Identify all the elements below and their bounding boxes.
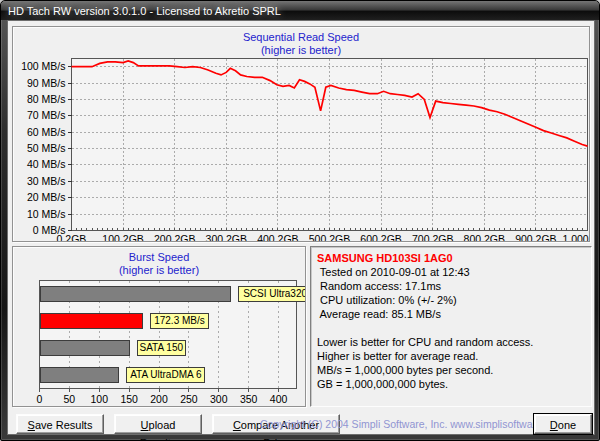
- svg-text:0,2GB: 0,2GB: [57, 233, 87, 242]
- svg-text:172.3 MB/s: 172.3 MB/s: [154, 315, 205, 326]
- svg-text:300,2GB: 300,2GB: [206, 233, 247, 242]
- svg-text:1.000,2GB: 1.000,2GB: [562, 233, 589, 242]
- save-results-button[interactable]: Save Results: [16, 414, 104, 434]
- svg-text:100 MB/s: 100 MB/s: [21, 60, 65, 72]
- info-line: Random access: 17.1ms: [317, 279, 585, 293]
- svg-text:0: 0: [37, 393, 43, 405]
- sequential-read-chart: 100 MB/s90 MB/s80 MB/s70 MB/s60 MB/s50 M…: [13, 27, 589, 241]
- done-button[interactable]: Done: [534, 414, 592, 434]
- drive-info-lines: Tested on 2010-09-01 at 12:43 Random acc…: [317, 265, 585, 391]
- svg-text:60 MB/s: 60 MB/s: [27, 126, 66, 138]
- svg-text:40 MB/s: 40 MB/s: [27, 158, 66, 170]
- info-line: Average read: 85.1 MB/s: [317, 307, 585, 321]
- svg-text:600,2GB: 600,2GB: [360, 233, 401, 242]
- svg-text:70 MB/s: 70 MB/s: [27, 109, 66, 121]
- svg-text:80 MB/s: 80 MB/s: [27, 93, 66, 105]
- hd-tach-window: HD Tach RW version 3.0.1.0 - Licensed to…: [0, 0, 600, 441]
- svg-text:800,2GB: 800,2GB: [464, 233, 505, 242]
- title-bar[interactable]: HD Tach RW version 3.0.1.0 - Licensed to…: [1, 1, 599, 20]
- info-line: [317, 321, 585, 335]
- svg-text:ATA UltraDMA 6: ATA UltraDMA 6: [130, 369, 202, 380]
- svg-text:900,2GB: 900,2GB: [515, 233, 556, 242]
- info-line: Higher is better for average read.: [317, 349, 585, 363]
- info-line: Tested on 2010-09-01 at 12:43: [317, 265, 585, 279]
- svg-text:400,2GB: 400,2GB: [257, 233, 298, 242]
- copyright-text: Copyright (C) 2004 Simpli Software, Inc.…: [260, 418, 530, 430]
- svg-text:90 MB/s: 90 MB/s: [27, 77, 66, 89]
- burst-speed-panel: Burst Speed (higher is better) 050100150…: [12, 246, 306, 407]
- client-area: Sequential Read Speed (higher is better)…: [7, 20, 595, 435]
- svg-text:400: 400: [270, 393, 288, 405]
- svg-text:200: 200: [150, 393, 168, 405]
- svg-text:350: 350: [240, 393, 258, 405]
- info-line: CPU utilization: 0% (+/- 2%): [317, 293, 585, 307]
- burst-speed-chart: 050100150200250300350400SCSI Ultra320172…: [13, 247, 305, 406]
- svg-text:10 MB/s: 10 MB/s: [27, 208, 66, 220]
- upload-results-button[interactable]: Upload Results: [114, 414, 202, 434]
- window-title: HD Tach RW version 3.0.1.0 - Licensed to…: [1, 5, 281, 17]
- drive-info-panel: SAMSUNG HD103SI 1AG0 Tested on 2010-09-0…: [310, 246, 592, 407]
- sequential-read-panel: Sequential Read Speed (higher is better)…: [12, 26, 590, 242]
- info-line: GB = 1,000,000,000 bytes.: [317, 377, 585, 391]
- svg-text:100,2GB: 100,2GB: [102, 233, 143, 242]
- svg-text:150: 150: [120, 393, 138, 405]
- svg-text:20 MB/s: 20 MB/s: [27, 191, 66, 203]
- svg-text:100: 100: [91, 393, 109, 405]
- info-line: Lower is better for CPU and random acces…: [317, 335, 585, 349]
- svg-text:50 MB/s: 50 MB/s: [27, 142, 66, 154]
- svg-text:200,2GB: 200,2GB: [154, 233, 195, 242]
- info-line: MB/s = 1,000,000 bytes per second.: [317, 363, 585, 377]
- svg-text:250: 250: [180, 393, 198, 405]
- svg-text:300: 300: [210, 393, 228, 405]
- svg-text:50: 50: [64, 393, 76, 405]
- svg-text:700,2GB: 700,2GB: [412, 233, 453, 242]
- svg-text:SCSI Ultra320: SCSI Ultra320: [243, 288, 305, 299]
- svg-text:500,2GB: 500,2GB: [309, 233, 350, 242]
- svg-text:30 MB/s: 30 MB/s: [27, 175, 66, 187]
- svg-text:SATA 150: SATA 150: [139, 342, 183, 353]
- drive-name: SAMSUNG HD103SI 1AG0: [317, 251, 585, 265]
